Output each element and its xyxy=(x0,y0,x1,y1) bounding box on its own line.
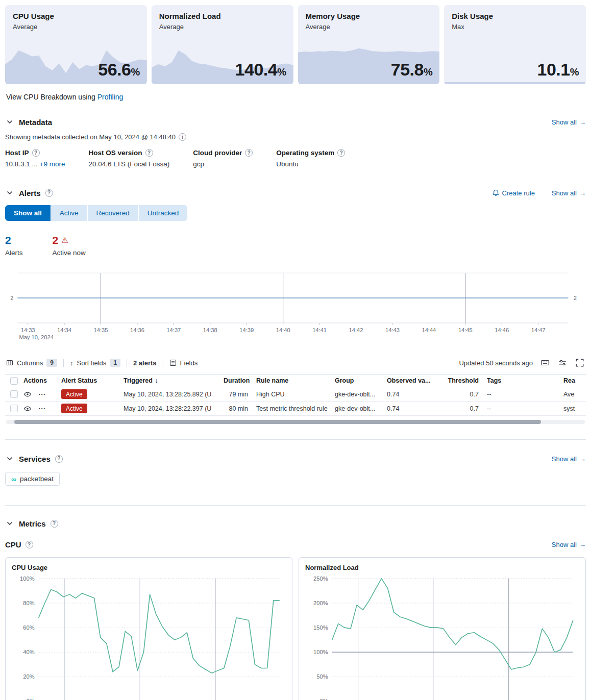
tab-active[interactable]: Active xyxy=(51,205,88,221)
services-section: Services ? Show all → ∞ packetbeat xyxy=(5,454,586,486)
question-icon[interactable]: ? xyxy=(51,520,58,528)
alerts-section-title: Alerts xyxy=(19,189,41,197)
question-icon[interactable]: ? xyxy=(337,149,345,157)
table-row[interactable]: ••• Active May 10, 2024, 13:28:22.397 (U… xyxy=(5,402,586,416)
svg-text:14:38: 14:38 xyxy=(203,327,217,333)
kpi-subtitle: Max xyxy=(452,23,578,31)
kpi-value: 140.4% xyxy=(235,60,286,80)
kpi-unit: % xyxy=(277,66,286,78)
profiling-link[interactable]: Profiling xyxy=(97,93,124,101)
svg-text:14:47: 14:47 xyxy=(531,327,546,333)
view-alert-icon[interactable] xyxy=(23,390,32,398)
row-checkbox[interactable] xyxy=(10,390,18,398)
tab-recovered[interactable]: Recovered xyxy=(88,205,139,221)
more-ips-link[interactable]: +9 more xyxy=(40,160,65,168)
col-header-rule-name: Rule name xyxy=(256,377,335,384)
select-all-checkbox[interactable] xyxy=(10,377,18,385)
chevron-down-icon[interactable] xyxy=(5,454,14,463)
tab-show-all[interactable]: Show all xyxy=(5,205,51,221)
svg-text:14:37: 14:37 xyxy=(166,327,181,333)
chevron-down-icon[interactable] xyxy=(5,188,14,197)
scrollbar-thumb[interactable] xyxy=(14,420,541,424)
question-icon[interactable]: ? xyxy=(245,149,253,157)
col-header-triggered[interactable]: Triggered↓ xyxy=(124,377,224,384)
question-icon[interactable]: ? xyxy=(45,189,53,197)
svg-text:14:44: 14:44 xyxy=(422,327,436,333)
view-alert-icon[interactable] xyxy=(23,405,32,413)
cell-reason: syst xyxy=(563,405,586,412)
metadata-show-all-link[interactable]: Show all → xyxy=(552,118,586,126)
more-actions-icon[interactable]: ••• xyxy=(39,406,46,411)
kpi-value: 10.1% xyxy=(537,60,579,80)
info-icon[interactable]: i xyxy=(179,133,186,141)
alerts-grid-toolbar: Columns 9 ↕ Sort fields 1 2 alerts Field… xyxy=(5,358,586,368)
toolbar-separator xyxy=(63,359,64,367)
svg-text:14:36: 14:36 xyxy=(130,327,144,333)
cell-tags: -- xyxy=(487,405,563,412)
arrow-right-icon: → xyxy=(579,189,586,197)
sort-desc-icon: ↓ xyxy=(155,377,158,384)
question-icon[interactable]: ? xyxy=(32,149,40,157)
svg-text:14:43: 14:43 xyxy=(385,327,400,333)
fullscreen-icon[interactable] xyxy=(575,358,585,368)
svg-text:0%: 0% xyxy=(319,698,328,700)
keyboard-shortcuts-icon[interactable] xyxy=(540,358,550,368)
columns-button[interactable]: Columns 9 xyxy=(6,359,57,367)
cell-observed-value: 0.74 xyxy=(387,391,447,398)
alerts-active-label: Active now xyxy=(53,249,86,257)
alerts-count-label: 2 alerts xyxy=(133,359,157,367)
tab-untracked[interactable]: Untracked xyxy=(139,205,188,221)
kpi-card-memory-usage[interactable]: Memory Usage Average 75.8% xyxy=(298,5,440,84)
metadata-grid: Host IP? 10.8.3.1 ... +9 more Host OS ve… xyxy=(5,149,586,168)
question-icon[interactable]: ? xyxy=(145,149,153,157)
kpi-card-disk-usage[interactable]: Disk Usage Max 10.1% xyxy=(444,5,586,84)
svg-text:80%: 80% xyxy=(23,600,35,606)
create-rule-link[interactable]: Create rule xyxy=(492,189,535,197)
col-header-threshold: Threshold xyxy=(447,377,487,384)
chevron-down-icon[interactable] xyxy=(5,117,14,127)
arrow-right-icon: → xyxy=(579,455,586,463)
table-row[interactable]: ••• Active May 10, 2024, 13:28:25.892 (U… xyxy=(5,387,586,402)
col-header-tags: Tags xyxy=(487,377,563,384)
service-name: packetbeat xyxy=(20,475,54,483)
alerts-timeline-chart[interactable]: 14:3314:3414:3514:3614:3714:3814:3914:40… xyxy=(5,270,586,342)
kpi-card-normalized-load[interactable]: Normalized Load Average 140.4% xyxy=(152,5,293,84)
metrics-show-all-link[interactable]: Show all → xyxy=(552,541,586,548)
display-options-icon[interactable] xyxy=(557,358,568,368)
kpi-subtitle: Average xyxy=(306,23,432,31)
question-icon[interactable]: ? xyxy=(55,455,63,463)
services-show-all-link[interactable]: Show all → xyxy=(552,455,586,463)
sort-fields-button[interactable]: ↕ Sort fields 1 xyxy=(70,359,120,367)
alerts-active-count: 2 ⚠ xyxy=(53,234,86,246)
arrow-right-icon: → xyxy=(579,541,586,548)
fields-button[interactable]: Fields xyxy=(169,359,198,367)
svg-text:14:33: 14:33 xyxy=(21,327,35,333)
cpu-usage-chart-panel[interactable]: CPU Usage 0%20%40%60%80%100%14:30May 10,… xyxy=(5,557,292,700)
horizontal-scrollbar xyxy=(6,420,585,424)
more-actions-icon[interactable]: ••• xyxy=(39,392,46,396)
updated-ago-label: Updated 50 seconds ago xyxy=(459,359,533,367)
kpi-unit: % xyxy=(131,66,139,78)
kpi-title: Normalized Load xyxy=(159,12,286,20)
profiling-note-text: View CPU Breakdown using xyxy=(6,93,95,101)
normalized-load-chart-panel[interactable]: Normalized Load 0%50%100%150%200%250%14:… xyxy=(299,557,586,700)
svg-text:200%: 200% xyxy=(313,600,328,606)
question-icon[interactable]: ? xyxy=(26,541,33,548)
chevron-down-icon[interactable] xyxy=(5,519,14,528)
kpi-title: Memory Usage xyxy=(306,12,432,20)
alerts-show-all-link[interactable]: Show all → xyxy=(552,189,586,197)
profiling-note: View CPU Breakdown using Profiling xyxy=(6,93,585,101)
row-checkbox[interactable] xyxy=(10,405,18,412)
kpi-card-cpu-usage[interactable]: CPU Usage Average 56.6% xyxy=(5,5,147,84)
cpu-subsection-title: CPU xyxy=(5,540,21,549)
svg-text:150%: 150% xyxy=(313,624,328,631)
service-chip-packetbeat[interactable]: ∞ packetbeat xyxy=(5,472,60,486)
svg-text:2: 2 xyxy=(10,295,13,301)
alerts-table-header-row: Actions Alert Status Triggered↓ Duration… xyxy=(5,374,586,387)
svg-text:100%: 100% xyxy=(313,649,328,655)
col-header-observed-value: Observed va... xyxy=(387,377,447,384)
status-badge: Active xyxy=(61,389,87,399)
cell-reason: Ave xyxy=(563,391,586,398)
bell-icon xyxy=(492,189,500,197)
svg-text:60%: 60% xyxy=(23,624,35,631)
